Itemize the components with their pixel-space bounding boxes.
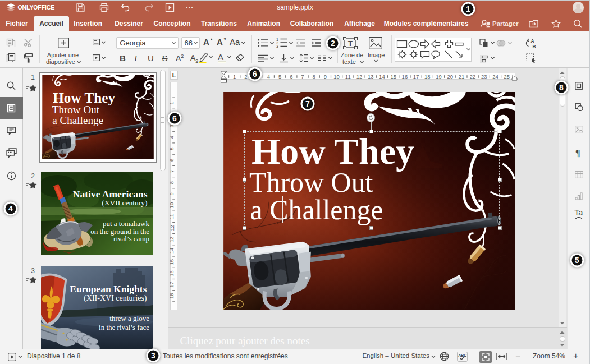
svg-text:11: 11 [170,214,175,219]
svg-text:5: 5 [170,147,175,150]
svg-text:4: 4 [170,136,175,139]
svg-text:12: 12 [356,73,363,80]
svg-text:4: 4 [267,73,270,80]
svg-text:2: 2 [244,73,247,80]
svg-text:B: B [533,44,536,49]
svg-text:12: 12 [170,225,175,231]
svg-text:6: 6 [290,73,292,80]
svg-text:7: 7 [170,169,175,172]
svg-text:17: 17 [170,282,175,288]
svg-text:14: 14 [170,247,175,254]
svg-text:17: 17 [413,73,419,80]
svg-text:8: 8 [170,181,175,184]
svg-text:18: 18 [424,73,431,80]
svg-text:9: 9 [170,192,175,195]
svg-text:8: 8 [313,73,315,80]
svg-text:18: 18 [170,293,175,299]
svg-text:22: 22 [470,73,476,80]
svg-text:1: 1 [233,73,236,80]
svg-text:15: 15 [390,73,396,80]
svg-text:20: 20 [447,73,453,80]
svg-text:5: 5 [278,73,281,80]
svg-text:13: 13 [368,73,374,80]
svg-text:6: 6 [170,158,175,161]
svg-text:25: 25 [504,73,510,80]
svg-text:16: 16 [402,73,408,80]
svg-text:19: 19 [436,73,442,80]
svg-text:11: 11 [345,73,351,80]
svg-text:3: 3 [276,44,278,48]
svg-text:14: 14 [379,73,385,80]
svg-text:T: T [348,39,353,48]
svg-text:A: A [531,38,534,44]
svg-text:13: 13 [170,236,175,242]
svg-text:9: 9 [324,73,327,80]
svg-text:1: 1 [170,102,175,104]
svg-text:21: 21 [459,73,465,80]
svg-text:16: 16 [170,270,175,277]
svg-text:10: 10 [333,73,340,80]
svg-text:7: 7 [301,73,304,80]
svg-text:24: 24 [492,73,498,80]
svg-text:23: 23 [481,73,487,80]
svg-text:15: 15 [170,259,175,265]
svg-text:10: 10 [170,202,175,208]
svg-text:ABC: ABC [458,353,466,357]
